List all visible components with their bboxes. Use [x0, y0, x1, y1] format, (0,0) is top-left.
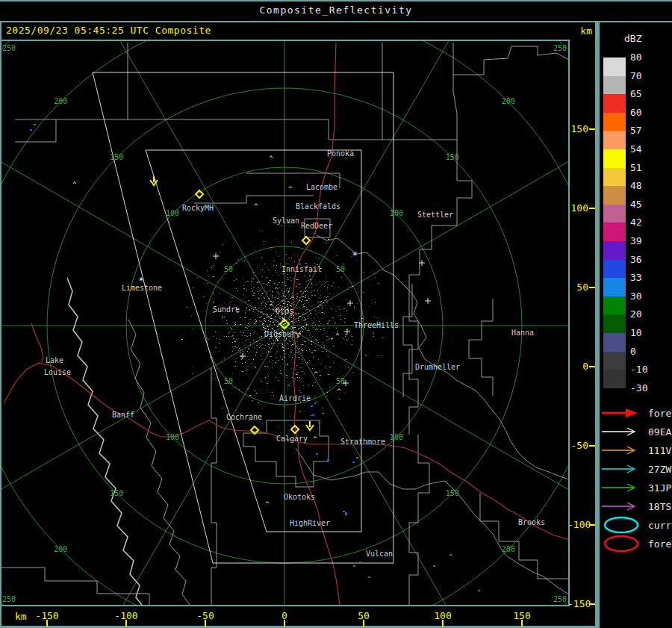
city-label: RedDeer: [301, 222, 332, 230]
colorbar-swatch: [603, 241, 626, 260]
right-tick: [589, 366, 595, 367]
legend-label: forecast: [648, 408, 672, 419]
colorbar-value-label: 36: [630, 254, 642, 265]
highways: [4, 43, 569, 605]
city-label: Stettler: [417, 211, 453, 219]
radar-map[interactable]: 5050505010010010010015015015015020020020…: [0, 41, 569, 606]
app-window: Composite_Reflectivity 2025/09/23 05:45:…: [0, 0, 672, 628]
legend-item-27ZW: 27ZW: [600, 460, 671, 478]
titlebar-divider: [0, 21, 672, 22]
legend-item-forecast: forecast: [600, 535, 672, 553]
legend-item-31JP: 31JP: [600, 479, 671, 497]
right-tick: [589, 524, 595, 526]
bottom-tick: [205, 620, 206, 627]
city-label: Didsbury: [264, 330, 300, 338]
legend-label: 111V: [648, 445, 671, 456]
27ZW-arrow-icon: [600, 460, 642, 478]
legend-label: 18TS: [648, 501, 671, 512]
legend-item-111V: 111V: [600, 441, 671, 459]
ring-label: 150: [446, 489, 459, 497]
city-label: Innisfail: [281, 265, 322, 273]
map-border-top: [0, 40, 570, 41]
bottom-tick: [363, 620, 364, 627]
colorbar-swatch: [603, 223, 626, 241]
legend-label: 27ZW: [648, 464, 671, 475]
colorbar-swatch: [603, 278, 626, 296]
window-left-border: [0, 22, 1, 628]
city-label: Banff: [112, 411, 134, 419]
colorbar-swatch: [603, 76, 626, 95]
colorbar-swatch: [603, 370, 626, 388]
city-label: RockyMH: [182, 204, 214, 212]
colorbar-value-label: 20: [630, 308, 642, 320]
ring-label: 150: [110, 489, 123, 497]
colorbar-swatch: [603, 168, 626, 187]
city-label: Lake: [46, 356, 63, 364]
ring-label: 100: [390, 433, 403, 441]
title-bar: Composite_Reflectivity: [0, 0, 672, 19]
forecast-arrow-icon: [600, 404, 642, 422]
colorbar-value-label: 70: [630, 70, 642, 81]
city-label: Okotoks: [284, 493, 315, 501]
city-label: Sylvan: [273, 217, 299, 225]
colorbar-value-label: -10: [630, 364, 647, 375]
city-label: Airdrie: [279, 394, 311, 402]
current-ellipse-icon: [600, 516, 642, 534]
svg-text:^: ^: [265, 500, 270, 508]
colorbar-swatch: [603, 260, 626, 279]
right-tick: [589, 208, 595, 209]
legend-item-current: current: [600, 516, 672, 534]
colorbar-value-label: 54: [630, 143, 642, 155]
svg-text:^: ^: [335, 332, 340, 340]
city-label: Hanna: [511, 329, 534, 337]
forecast-ellipse-icon: [600, 535, 642, 553]
colorbar-value-label: 10: [630, 327, 642, 338]
ring-label: 100: [166, 209, 179, 217]
city-label: Calgary: [276, 435, 308, 443]
ring-label: 200: [502, 97, 515, 105]
weak-echoes: [30, 124, 480, 591]
colorbar-value-label: 33: [630, 272, 642, 283]
ring-label: 100: [390, 209, 403, 217]
colorbar-swatch: [603, 131, 626, 149]
colorbar-value-label: 48: [630, 180, 642, 191]
ring-label: 100: [166, 433, 179, 441]
legend-label: current: [648, 520, 672, 531]
right-tick: [589, 603, 595, 605]
city-label: Drumheller: [415, 363, 460, 371]
ring-label: 200: [54, 545, 67, 553]
city-label: Cochrane: [226, 413, 262, 421]
ring-label: 250: [2, 595, 16, 603]
window-title: Composite_Reflectivity: [259, 4, 412, 16]
right-tick: [589, 128, 595, 130]
right-tick-label: 50: [567, 282, 588, 293]
right-axis-unit: km: [573, 25, 592, 37]
colorbar-swatch: [603, 57, 626, 76]
rivers: [296, 235, 569, 594]
right-tick: [589, 287, 595, 288]
colorbar-value-label: 65: [630, 88, 642, 99]
legend-label: forecast: [648, 538, 672, 550]
ring-label: 200: [502, 545, 515, 553]
right-tick: [589, 445, 595, 447]
colorbar-value-label: 30: [630, 290, 642, 302]
timestamp-label: 2025/09/23 05:45:25 UTC Composite: [6, 25, 211, 36]
ring-label: 200: [54, 97, 67, 105]
legend-label: 09EA: [648, 426, 671, 438]
city-label: HighRiver: [290, 519, 330, 527]
31JP-arrow-icon: [600, 479, 642, 497]
svg-text:^: ^: [288, 185, 293, 193]
city-label: Lacombe: [306, 183, 337, 191]
legend-item-forecast: forecast: [600, 404, 672, 422]
svg-text:^: ^: [254, 202, 258, 210]
colorbar-swatch: [603, 333, 626, 352]
city-label: Louise: [44, 368, 71, 376]
map-border-bottom: [0, 605, 570, 606]
right-tick-label: -50: [567, 440, 588, 451]
18TS-arrow-icon: [600, 497, 642, 515]
09EA-arrow-icon: [600, 423, 642, 441]
svg-text:^: ^: [313, 435, 317, 443]
legend-label: 31JP: [648, 482, 671, 494]
ring-label: 50: [336, 265, 345, 273]
ring-label: 150: [110, 153, 123, 161]
